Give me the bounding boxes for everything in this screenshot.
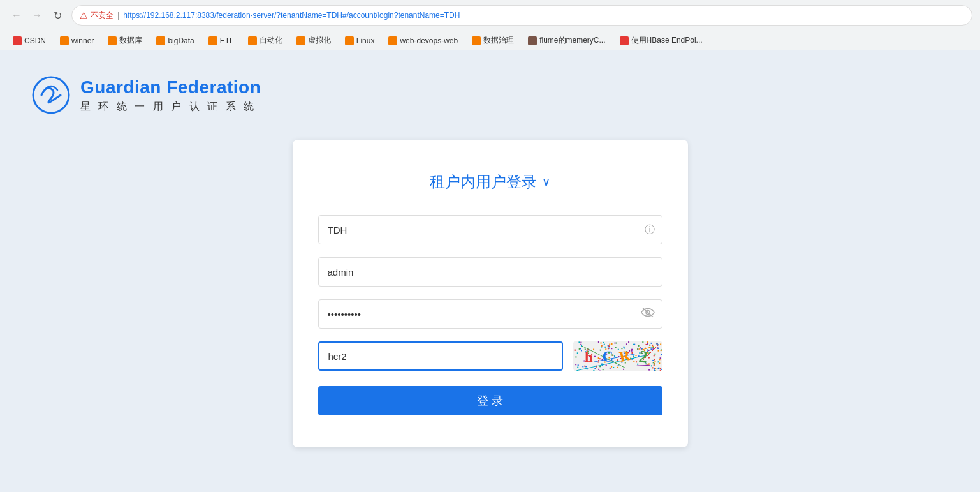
password-input[interactable] [318,299,662,329]
address-separator: | [117,11,119,20]
bookmark-hbase-icon [620,36,629,45]
security-text: 不安全 [91,10,113,21]
bookmark-hbase[interactable]: 使用HBase EndPoi... [615,34,708,47]
bookmark-automation[interactable]: 自动化 [243,34,288,47]
login-button-label: 登 录 [477,394,503,407]
forward-button[interactable]: → [28,6,46,24]
bookmark-devops[interactable]: web-devops-web [383,35,463,47]
bookmark-winner-label: winner [71,36,94,45]
page-content: Guardian Federation 星 环 统 一 用 户 认 证 系 统 … [0,50,980,491]
bookmark-linux-label: Linux [356,36,375,45]
bookmark-automation-icon [248,36,257,45]
bookmark-etl[interactable]: ETL [203,35,239,47]
bookmark-virtualization[interactable]: 虚拟化 [291,34,336,47]
app-subtitle: 星 环 统 一 用 户 认 证 系 统 [80,100,261,114]
bookmark-automation-label: 自动化 [260,35,282,46]
captcha-field-group [318,341,662,371]
login-card-wrapper: 租户内用户登录 ∨ ⓘ [13,127,967,460]
browser-chrome: ← → ↻ ⚠ 不安全 | https://192.168.2.117:8383… [0,0,980,50]
bookmark-bigdata[interactable]: bigData [151,35,199,47]
warning-icon: ⚠ [80,10,88,20]
bookmark-database-label: 数据库 [119,35,142,46]
captcha-input[interactable] [318,341,563,371]
bookmark-etl-label: ETL [220,36,234,45]
security-warning: ⚠ 不安全 [80,10,113,21]
bookmark-csdn-label: CSDN [24,36,46,45]
bookmark-csdn-icon [13,36,22,45]
captcha-canvas [573,341,662,371]
app-title: Guardian Federation [80,77,261,98]
nav-buttons: ← → ↻ [8,6,66,24]
logo-text: Guardian Federation 星 环 统 一 用 户 认 证 系 统 [80,77,261,114]
page-header: Guardian Federation 星 环 统 一 用 户 认 证 系 统 [13,63,967,127]
password-field-group [318,299,662,329]
toggle-password-icon[interactable] [641,308,655,321]
bookmark-etl-icon [208,36,217,45]
bookmark-flume[interactable]: flume的memeryC... [523,34,610,47]
address-bar[interactable]: ⚠ 不安全 | https://192.168.2.117:8383/feder… [71,5,972,26]
login-card: 租户内用户登录 ∨ ⓘ [293,140,688,447]
captcha-image[interactable] [573,341,662,371]
bookmarks-bar: CSDN winner 数据库 bigData ETL 自动化 虚拟化 Lin [0,31,980,50]
bookmark-devops-label: web-devops-web [400,36,458,45]
bookmark-linux[interactable]: Linux [340,35,380,47]
tenant-input[interactable] [318,215,662,244]
bookmark-bigdata-label: bigData [168,36,194,45]
address-url: https://192.168.2.117:8383/federation-se… [123,11,964,20]
bookmark-data-governance-icon [472,36,481,45]
chevron-down-icon: ∨ [542,175,550,189]
bookmark-database-icon [108,36,117,45]
bookmark-csdn[interactable]: CSDN [8,35,51,47]
help-icon[interactable]: ⓘ [645,223,655,237]
logo-icon [32,76,70,114]
username-field-group [318,257,662,287]
svg-point-0 [33,77,69,113]
login-button[interactable]: 登 录 [318,386,662,415]
bookmark-data-governance[interactable]: 数据治理 [467,34,519,47]
bookmark-virtualization-icon [296,36,305,45]
bookmark-data-governance-label: 数据治理 [483,35,514,46]
bookmark-bigdata-icon [156,36,165,45]
captcha-row [318,341,662,371]
username-input[interactable] [318,257,662,287]
bookmark-winner-icon [60,36,69,45]
bookmark-flume-icon [528,36,537,45]
bookmark-flume-label: flume的memeryC... [539,35,605,46]
login-title: 租户内用户登录 ∨ [318,172,662,192]
back-button[interactable]: ← [8,6,26,24]
reload-button[interactable]: ↻ [48,6,66,24]
bookmark-virtualization-label: 虚拟化 [308,35,331,46]
bookmark-devops-icon [388,36,397,45]
login-title-text: 租户内用户登录 [430,172,537,192]
bookmark-winner[interactable]: winner [55,35,99,47]
bookmark-linux-icon [345,36,354,45]
bookmark-hbase-label: 使用HBase EndPoi... [631,35,703,46]
tenant-field-group: ⓘ [318,215,662,244]
bookmark-database[interactable]: 数据库 [103,34,147,47]
browser-toolbar: ← → ↻ ⚠ 不安全 | https://192.168.2.117:8383… [0,0,980,31]
